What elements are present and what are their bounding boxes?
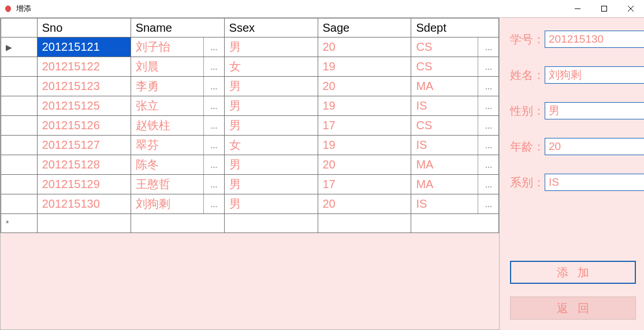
cell-sname[interactable]: 刘晨... [131,57,224,77]
cell-sage[interactable]: 19 [318,96,411,116]
input-sname[interactable] [545,66,644,84]
new-row-indicator[interactable]: * [1,214,38,233]
row-header[interactable] [1,116,38,136]
input-ssex[interactable] [545,102,644,119]
empty-cell[interactable] [224,214,318,233]
ellipsis-button[interactable]: ... [478,194,498,213]
cell-sage[interactable]: 20 [318,38,411,57]
table-row[interactable]: 201215130刘狗剩...男20IS... [1,194,499,214]
cell-sage[interactable]: 19 [318,57,411,77]
table-row[interactable]: 201215125张立...男19IS... [1,96,499,116]
cell-sname[interactable]: 陈冬... [131,155,224,175]
back-button[interactable]: 返回 [510,297,636,320]
corner-cell[interactable] [1,18,38,38]
ellipsis-button[interactable]: ... [203,155,224,174]
ellipsis-button[interactable]: ... [203,77,224,96]
new-row[interactable]: * [1,214,499,233]
input-sdept[interactable] [545,174,644,191]
table-row[interactable]: 201215126赵铁柱...男17CS... [1,116,499,136]
empty-cell[interactable] [411,214,499,233]
ellipsis-button[interactable]: ... [203,136,224,155]
ellipsis-button[interactable]: ... [203,38,224,57]
cell-ssex[interactable]: 男 [224,155,318,175]
cell-sdept[interactable]: MA... [411,155,499,175]
table-row[interactable]: 201215129王憨哲...男17MA... [1,175,499,194]
ellipsis-button[interactable]: ... [478,175,498,194]
ellipsis-button[interactable]: ... [203,57,224,76]
table-row[interactable]: 201215122刘晨...女19CS... [1,57,499,77]
ellipsis-button[interactable]: ... [203,175,224,194]
column-header-ssex[interactable]: Ssex [224,18,318,38]
table-row[interactable]: 201215127翠芬...女19IS... [1,136,499,155]
row-header[interactable] [1,175,38,194]
maximize-button[interactable] [591,0,617,17]
row-header[interactable] [1,194,38,214]
ellipsis-button[interactable]: ... [478,116,498,135]
ellipsis-button[interactable]: ... [478,96,498,115]
table-row[interactable]: 201215128陈冬...男20MA... [1,155,499,175]
table-row[interactable]: 201215123李勇...男20MA... [1,77,499,96]
empty-cell[interactable] [37,214,131,233]
row-header[interactable] [1,155,38,175]
input-sage[interactable] [545,138,644,155]
cell-sno[interactable]: 201215122 [37,57,131,77]
cell-ssex[interactable]: 男 [224,116,318,136]
row-header[interactable] [1,96,38,116]
cell-sname[interactable]: 王憨哲... [131,175,224,194]
ellipsis-button[interactable]: ... [478,136,498,155]
cell-sdept[interactable]: MA... [411,175,499,194]
table-row[interactable]: ▶201215121刘子怡...男20CS... [1,38,499,57]
cell-sno[interactable]: 201215121 [37,38,131,57]
cell-sname[interactable]: 李勇... [131,77,224,96]
cell-sname[interactable]: 刘狗剩... [131,194,224,214]
cell-ssex[interactable]: 男 [224,194,318,214]
cell-sdept[interactable]: CS... [411,38,499,57]
cell-sname[interactable]: 赵铁柱... [131,116,224,136]
cell-sdept[interactable]: MA... [411,77,499,96]
minimize-button[interactable] [564,0,591,17]
close-button[interactable] [617,0,644,17]
cell-sno[interactable]: 201215128 [37,155,131,175]
empty-cell[interactable] [131,214,224,233]
cell-sname[interactable]: 刘子怡... [131,38,224,57]
column-header-sage[interactable]: Sage [318,18,411,38]
ellipsis-button[interactable]: ... [203,194,224,213]
cell-sno[interactable]: 201215129 [37,175,131,194]
cell-ssex[interactable]: 男 [224,77,318,96]
ellipsis-button[interactable]: ... [478,77,498,96]
cell-sdept[interactable]: IS... [411,194,499,214]
row-header[interactable] [1,57,38,77]
ellipsis-button[interactable]: ... [203,116,224,135]
cell-sno[interactable]: 201215126 [37,116,131,136]
cell-sdept[interactable]: CS... [411,57,499,77]
cell-sage[interactable]: 17 [318,116,411,136]
cell-sage[interactable]: 20 [318,77,411,96]
cell-ssex[interactable]: 男 [224,96,318,116]
input-sno[interactable] [545,31,644,48]
ellipsis-button[interactable]: ... [478,155,498,174]
cell-sage[interactable]: 19 [318,136,411,155]
cell-sdept[interactable]: CS... [411,116,499,136]
empty-cell[interactable] [318,214,411,233]
cell-sname[interactable]: 张立... [131,96,224,116]
cell-ssex[interactable]: 男 [224,38,318,57]
row-header[interactable] [1,136,38,155]
cell-ssex[interactable]: 女 [224,136,318,155]
cell-sage[interactable]: 20 [318,194,411,214]
column-header-sname[interactable]: Sname [131,18,224,38]
row-header[interactable] [1,77,38,96]
cell-sage[interactable]: 17 [318,175,411,194]
cell-sdept[interactable]: IS... [411,96,499,116]
cell-sdept[interactable]: IS... [411,136,499,155]
row-header[interactable]: ▶ [1,38,38,57]
cell-sno[interactable]: 201215127 [37,136,131,155]
add-button[interactable]: 添加 [510,261,636,284]
cell-sname[interactable]: 翠芬... [131,136,224,155]
cell-ssex[interactable]: 女 [224,57,318,77]
ellipsis-button[interactable]: ... [478,38,498,57]
column-header-sno[interactable]: Sno [37,18,131,38]
cell-sno[interactable]: 201215123 [37,77,131,96]
student-table[interactable]: SnoSnameSsexSageSdept▶201215121刘子怡...男20… [1,18,499,233]
ellipsis-button[interactable]: ... [203,96,224,115]
cell-sno[interactable]: 201215125 [37,96,131,116]
